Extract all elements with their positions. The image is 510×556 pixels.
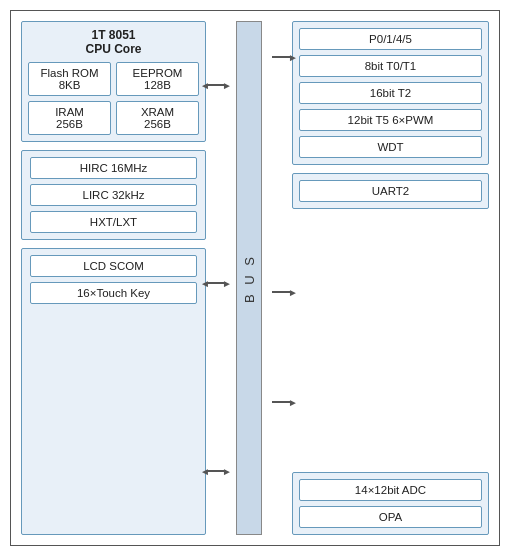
8bit-timer-box: 8bit T0/T1 bbox=[299, 55, 482, 77]
cpu-core-title: 1T 8051CPU Core bbox=[28, 28, 199, 56]
bus-column: B U S bbox=[226, 21, 272, 535]
eeprom-box: EEPROM128B bbox=[116, 62, 199, 96]
iram-box: IRAM256B bbox=[28, 101, 111, 135]
flash-rom-box: Flash ROM8KB bbox=[28, 62, 111, 96]
hxt-lxt-box: HXT/LXT bbox=[30, 211, 197, 233]
cpu-core-block: 1T 8051CPU Core Flash ROM8KB EEPROM128B … bbox=[21, 21, 206, 142]
clock-bus-arrow: ◄ ► bbox=[206, 282, 226, 284]
uart-block: UART2 bbox=[292, 173, 489, 209]
left-column: 1T 8051CPU Core Flash ROM8KB EEPROM128B … bbox=[21, 21, 206, 535]
uart2-box: UART2 bbox=[299, 180, 482, 202]
opa-box: OPA bbox=[299, 506, 482, 528]
xram-box: XRAM256B bbox=[116, 101, 199, 135]
bus-label: B U S bbox=[242, 254, 257, 303]
right-column: P0/1/4/5 8bit T0/T1 16bit T2 12bit T5 6×… bbox=[292, 21, 489, 535]
adc-opa-block: 14×12bit ADC OPA bbox=[292, 472, 489, 535]
bus-bar: B U S bbox=[236, 21, 262, 535]
16bit-timer-box: 16bit T2 bbox=[299, 82, 482, 104]
io-timers-block: P0/1/4/5 8bit T0/T1 16bit T2 12bit T5 6×… bbox=[292, 21, 489, 165]
lirc-box: LIRC 32kHz bbox=[30, 184, 197, 206]
wdt-box: WDT bbox=[299, 136, 482, 158]
block-diagram: 1T 8051CPU Core Flash ROM8KB EEPROM128B … bbox=[10, 10, 500, 546]
lcd-scom-box: LCD SCOM bbox=[30, 255, 197, 277]
adc-box: 14×12bit ADC bbox=[299, 479, 482, 501]
clock-block: HIRC 16MHz LIRC 32kHz HXT/LXT bbox=[21, 150, 206, 240]
hirc-box: HIRC 16MHz bbox=[30, 157, 197, 179]
p01-box: P0/1/4/5 bbox=[299, 28, 482, 50]
touch-key-box: 16×Touch Key bbox=[30, 282, 197, 304]
cpu-bus-arrow: ◄ ► bbox=[206, 84, 226, 86]
bus-uart-arrow: ► bbox=[272, 291, 292, 293]
touch-bus-arrow: ◄ ► bbox=[206, 470, 226, 472]
bus-adc-arrow: ► bbox=[272, 401, 292, 403]
pwm-box: 12bit T5 6×PWM bbox=[299, 109, 482, 131]
cpu-memory-grid: Flash ROM8KB EEPROM128B IRAM256B XRAM256… bbox=[28, 62, 199, 135]
bus-io-arrow: ► bbox=[272, 56, 292, 58]
lcd-touch-block: LCD SCOM 16×Touch Key bbox=[21, 248, 206, 535]
